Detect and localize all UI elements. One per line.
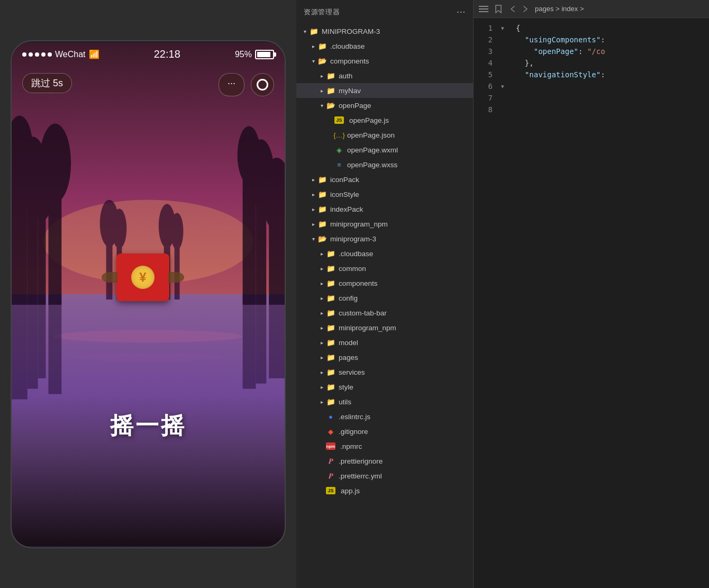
line-num-5: 5 xyxy=(474,69,493,80)
tree-item-utils[interactable]: 📁 utils xyxy=(296,394,473,409)
utils-arrow xyxy=(317,397,326,406)
model-icon: 📁 xyxy=(326,339,335,346)
tree-item-components-root[interactable]: 📂 components xyxy=(296,53,473,68)
tree-item-prettierignore[interactable]: 𝑷 .prettierignore xyxy=(296,454,473,468)
right-hand xyxy=(168,272,184,283)
spacer-2 xyxy=(498,34,507,46)
more-options-button[interactable]: ··· xyxy=(219,73,244,96)
services-label: services xyxy=(339,368,365,376)
status-left: WeChat 📶 xyxy=(22,49,99,59)
list-view-icon[interactable] xyxy=(479,4,488,14)
bookmark-icon[interactable] xyxy=(494,4,503,14)
root-arrow xyxy=(301,27,309,35)
tree-item-myNav[interactable]: 📁 myNav xyxy=(296,83,473,98)
components-inner-icon: 📁 xyxy=(326,279,335,287)
tree-item-miniprogram-3[interactable]: 📂 miniprogram-3 xyxy=(296,231,473,246)
collapse-column: ▾ ▾ xyxy=(498,18,507,588)
phone-screen: WeChat 📶 22:18 95% 跳过 5s ··· xyxy=(12,41,285,547)
components-root-icon: 📂 xyxy=(317,57,327,65)
miniprogram-npm-inner-icon: 📁 xyxy=(326,324,335,331)
app-js-label: app.js xyxy=(341,487,360,495)
iconStyle-icon: 📁 xyxy=(317,191,327,198)
cloudbase-inner-arrow xyxy=(317,249,326,258)
tree-item-npmrc[interactable]: npm .npmrc xyxy=(296,439,473,454)
svg-point-24 xyxy=(171,213,184,249)
spacer-4 xyxy=(498,57,507,69)
tree-item-cloudbase-root[interactable]: 📁 .cloudbase xyxy=(296,39,473,53)
tree-item-indexPack[interactable]: 📁 indexPack xyxy=(296,202,473,216)
tree-item-auth[interactable]: 📁 auth xyxy=(296,68,473,83)
collapse-1[interactable]: ▾ xyxy=(498,22,507,34)
prettierrc-label: .prettierrc.yml xyxy=(339,472,382,480)
root-label: MINIPROGRAM-3 xyxy=(322,28,380,35)
common-arrow xyxy=(317,264,326,273)
editor-toolbar: pages > index > xyxy=(474,0,709,18)
pages-arrow xyxy=(317,353,326,361)
nav-forward-icon[interactable] xyxy=(520,4,530,14)
code-editor: pages > index > 1 2 3 4 5 6 7 8 ▾ ▾ { xyxy=(474,0,709,588)
tree-item-openPage[interactable]: 📂 openPage xyxy=(296,98,473,113)
code-content[interactable]: { "usingComponents": "openPage": "/co },… xyxy=(507,18,709,588)
status-right: 95% xyxy=(235,50,274,59)
auth-icon: 📁 xyxy=(326,72,335,79)
spacer-7 xyxy=(498,92,507,104)
openPage-wxml-label: openPage.wxml xyxy=(347,146,398,154)
tree-item-openPage-wxss[interactable]: ≡ openPage.wxss xyxy=(296,157,473,172)
tree-item-miniprogram-npm-root[interactable]: 📁 miniprogram_npm xyxy=(296,216,473,231)
tree-item-services[interactable]: 📁 services xyxy=(296,365,473,379)
wifi-icon: 📶 xyxy=(89,49,99,59)
svg-rect-33 xyxy=(256,294,266,384)
common-icon: 📁 xyxy=(326,265,335,272)
tree-item-config[interactable]: 📁 config xyxy=(296,291,473,305)
tree-item-openPage-json[interactable]: {…} openPage.json xyxy=(296,128,473,142)
tree-item-iconPack[interactable]: 📁 iconPack xyxy=(296,172,473,187)
tree-item-openPage-js[interactable]: JS openPage.js xyxy=(296,113,473,128)
components-root-label: components xyxy=(330,57,369,65)
tree-item-miniprogram-npm-inner[interactable]: 📁 miniprogram_npm xyxy=(296,320,473,335)
tree-item-common[interactable]: 📁 common xyxy=(296,261,473,276)
spacer-3 xyxy=(498,46,507,57)
tree-item-components-inner[interactable]: 📁 components xyxy=(296,276,473,291)
nav-back-icon[interactable] xyxy=(508,4,518,14)
miniprogram-3-icon: 📂 xyxy=(317,235,327,242)
tree-item-prettierrc[interactable]: 𝑷 .prettierrc.yml xyxy=(296,468,473,483)
tree-item-gitignore[interactable]: ◆ .gitignore xyxy=(296,424,473,439)
common-label: common xyxy=(339,265,366,273)
skip-button[interactable]: 跳过 5s xyxy=(22,73,72,93)
svg-rect-37 xyxy=(479,11,488,12)
explorer-menu-button[interactable]: ··· xyxy=(457,6,466,17)
openPage-arrow xyxy=(317,101,326,110)
top-right-buttons: ··· xyxy=(219,73,274,96)
cloudbase-inner-icon: 📁 xyxy=(326,250,335,257)
record-button[interactable] xyxy=(251,73,274,96)
app-name-label: WeChat xyxy=(55,50,86,59)
spacer-5 xyxy=(498,69,507,80)
breadcrumb: pages > index > xyxy=(535,5,584,13)
pages-label: pages xyxy=(339,354,358,361)
tree-item-app-js[interactable]: JS app.js xyxy=(296,483,473,498)
openPage-js-icon: JS xyxy=(334,116,344,124)
iconPack-icon: 📁 xyxy=(317,176,327,183)
tree-item-custom-tab-bar[interactable]: 📁 custom-tab-bar xyxy=(296,305,473,320)
indexPack-icon: 📁 xyxy=(317,205,327,213)
style-label: style xyxy=(339,383,353,391)
utils-label: utils xyxy=(339,398,351,406)
line-num-8: 8 xyxy=(474,104,493,115)
tree-item-cloudbase-inner[interactable]: 📁 .cloudbase xyxy=(296,246,473,261)
tree-item-style[interactable]: 📁 style xyxy=(296,379,473,394)
line-numbers: 1 2 3 4 5 6 7 8 xyxy=(474,18,498,588)
iconStyle-arrow xyxy=(309,190,317,198)
tree-item-root[interactable]: 📁 MINIPROGRAM-3 xyxy=(296,24,473,39)
iconPack-label: iconPack xyxy=(330,176,359,184)
tree-item-model[interactable]: 📁 model xyxy=(296,335,473,350)
tree-item-iconStyle[interactable]: 📁 iconStyle xyxy=(296,187,473,202)
svg-rect-28 xyxy=(12,294,28,399)
tree-item-pages[interactable]: 📁 pages xyxy=(296,350,473,365)
collapse-6[interactable]: ▾ xyxy=(498,80,507,92)
miniprogram-npm-inner-label: miniprogram_npm xyxy=(339,324,396,332)
tree-item-eslintrc[interactable]: ● .eslintrc.js xyxy=(296,409,473,424)
tree-item-openPage-wxml[interactable]: ◈ openPage.wxml xyxy=(296,142,473,157)
openPage-label: openPage xyxy=(339,102,371,110)
yuan-coin: ¥ xyxy=(131,266,154,289)
spacer-8 xyxy=(498,104,507,115)
